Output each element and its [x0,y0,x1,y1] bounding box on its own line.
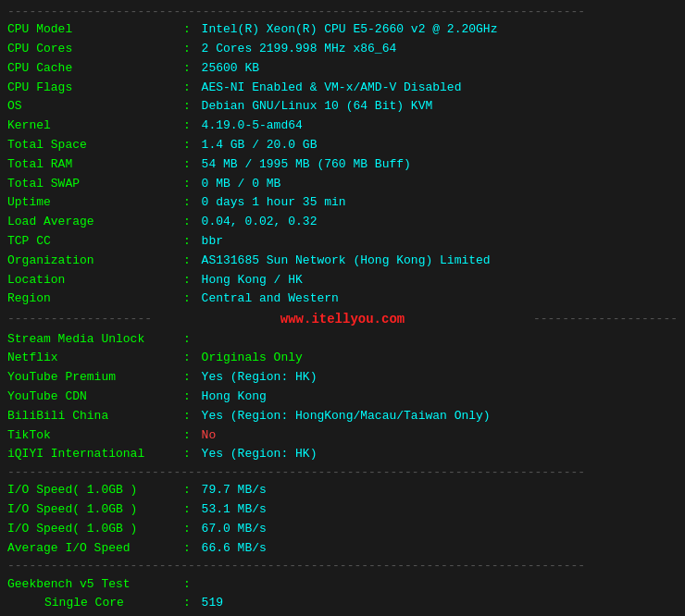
row-colon: : [183,213,198,232]
media-section-colon: : [183,330,191,350]
table-row: CPU Cores: 2 Cores 2199.998 MHz x86_64 [7,40,678,59]
row-colon: : [183,349,198,368]
row-colon: : [183,594,198,613]
row-value: Originals Only [202,349,303,368]
table-row: Organization: AS131685 Sun Network (Hong… [7,252,678,271]
row-value: 54 MB / 1995 MB (760 MB Buff) [202,155,411,175]
row-colon: : [183,20,198,40]
row-value: Yes (Region: HongKong/Macau/Taiwan Only) [202,407,491,426]
row-label: I/O Speed( 1.0GB ) [7,520,183,539]
row-label: Single Core [7,594,183,613]
table-row: Total SWAP: 0 MB / 0 MB [7,175,678,194]
row-colon: : [183,97,198,117]
row-value: 2 Cores 2199.998 MHz x86_64 [202,40,397,59]
row-label: BiliBili China [7,407,183,426]
row-value: 66.6 MB/s [202,539,267,559]
row-label: Total SWAP [7,175,183,194]
row-colon: : [183,40,198,59]
row-colon: : [183,252,198,271]
row-value: AES-NI Enabled & VM-x/AMD-V Disabled [202,79,462,98]
row-label: Total RAM [7,155,183,175]
watermark-left-dashes: -------------------- [7,310,152,329]
row-label: Region [7,290,183,309]
table-row: Load Average: 0.04, 0.02, 0.32 [7,213,678,232]
row-label: CPU Cores [7,40,183,59]
row-label: Organization [7,252,183,271]
table-row: Total Space: 1.4 GB / 20.0 GB [7,136,678,155]
row-colon: : [183,117,198,136]
watermark-right-dashes: -------------------- [533,310,678,329]
table-row: CPU Cache: 25600 KB [7,59,678,79]
table-row: I/O Speed( 1.0GB ): 79.7 MB/s [7,481,678,500]
row-label: CPU Cache [7,59,183,79]
row-colon: : [183,271,198,290]
row-value: 53.1 MB/s [202,500,267,520]
table-row: CPU Flags: AES-NI Enabled & VM-x/AMD-V D… [7,79,678,98]
table-row: I/O Speed( 1.0GB ): 53.1 MB/s [7,500,678,520]
row-label: Netflix [7,349,183,368]
table-row: YouTube CDN: Hong Kong [7,388,678,407]
media-divider: ----------------------------------------… [7,464,678,481]
table-row: Single Core: 519 [7,594,678,613]
table-row: Region: Central and Western [7,290,678,309]
geekbench-section-colon: : [183,575,191,595]
row-label: Uptime [7,193,183,213]
row-label: YouTube CDN [7,388,183,407]
row-value: Intel(R) Xeon(R) CPU E5-2660 v2 @ 2.20GH… [202,20,498,40]
row-colon: : [183,520,198,539]
geekbench-section-label: Geekbench v5 Test [7,575,183,595]
row-colon: : [183,426,198,446]
media-header-row: Stream Media Unlock: [7,330,678,350]
row-colon: : [183,136,198,155]
row-colon: : [183,232,198,252]
media-unlock-section: Stream Media Unlock:Netflix: Originals O… [7,330,678,465]
row-label: Average I/O Speed [7,539,183,559]
table-row: Netflix: Originals Only [7,349,678,368]
row-label: iQIYI International [7,445,183,464]
top-divider: ----------------------------------------… [7,4,678,20]
row-colon: : [183,290,198,309]
row-label: OS [7,97,183,117]
table-row: Location: Hong Kong / HK [7,271,678,290]
row-value: 519 [202,594,223,613]
row-colon: : [183,155,198,175]
row-colon: : [183,407,198,426]
row-value: 67.0 MB/s [202,520,267,539]
row-label: TCP CC [7,232,183,252]
row-value: Central and Western [202,290,339,309]
row-value: 79.7 MB/s [202,481,267,500]
row-label: TikTok [7,426,183,446]
table-row: Average I/O Speed: 66.6 MB/s [7,539,678,559]
row-label: Total Space [7,136,183,155]
row-label: I/O Speed( 1.0GB ) [7,500,183,520]
row-value: 1.4 GB / 20.0 GB [202,136,318,155]
row-value: Hong Kong / HK [202,271,303,290]
row-value: Yes (Region: HK) [202,445,318,464]
row-colon: : [183,79,198,98]
row-value: AS131685 Sun Network (Hong Kong) Limited [202,252,491,271]
row-label: Kernel [7,117,183,136]
table-row: iQIYI International: Yes (Region: HK) [7,445,678,464]
media-section-label: Stream Media Unlock [7,330,183,350]
row-colon: : [183,481,198,500]
row-label: Load Average [7,213,183,232]
row-value: Debian GNU/Linux 10 (64 Bit) KVM [202,97,433,117]
io-divider: ----------------------------------------… [7,558,678,574]
table-row: TCP CC: bbr [7,232,678,252]
row-value: Yes (Region: HK) [202,368,318,388]
row-value: 0 days 1 hour 35 min [202,193,346,213]
row-value: No [202,426,217,446]
geekbench-section: Geekbench v5 Test:Single Core: 519Multi … [7,575,678,616]
table-row: TikTok: No [7,426,678,446]
table-row: BiliBili China: Yes (Region: HongKong/Ma… [7,407,678,426]
row-value: 0 MB / 0 MB [202,175,281,194]
table-row: Kernel: 4.19.0-5-amd64 [7,117,678,136]
row-colon: : [183,388,198,407]
terminal-container: ----------------------------------------… [7,4,678,616]
table-row: YouTube Premium: Yes (Region: HK) [7,368,678,388]
geekbench-header-row: Geekbench v5 Test: [7,575,678,595]
watermark-text: www.itellyou.com [152,309,533,329]
row-value: 25600 KB [202,59,259,79]
table-row: OS: Debian GNU/Linux 10 (64 Bit) KVM [7,97,678,117]
table-row: I/O Speed( 1.0GB ): 67.0 MB/s [7,520,678,539]
